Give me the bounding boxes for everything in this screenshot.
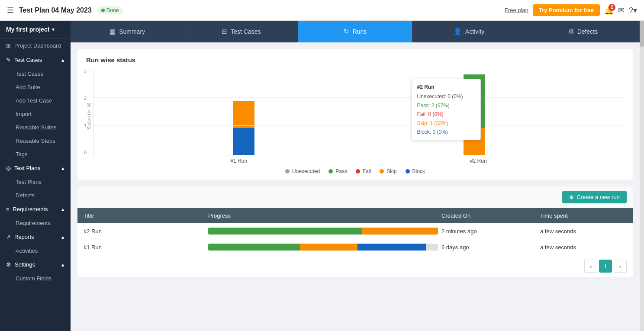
sidebar-item-activities[interactable]: Activities (0, 244, 71, 257)
tooltip-unexecuted: Unexecuted: 0 (0%) (417, 92, 475, 101)
help-button[interactable]: ?▾ (629, 6, 637, 15)
scrollbar[interactable] (640, 21, 644, 331)
notifications-button[interactable]: 🔔 2 (604, 6, 614, 15)
sidebar-item-import[interactable]: Import (0, 107, 71, 121)
hamburger-icon[interactable]: ☰ (7, 6, 14, 15)
col-time-spent: Time spent (540, 212, 627, 219)
free-plan-link[interactable]: Free plan (505, 7, 528, 13)
row1-time-spent: a few seconds (540, 228, 627, 235)
mail-button[interactable]: ✉ (618, 6, 625, 15)
project-chevron: ▾ (52, 27, 55, 32)
bar-group-2: #2 Run Unexecuted: 0 (0%) Pass: 2 (67%) … (464, 74, 485, 155)
page-1-button[interactable]: 1 (599, 260, 612, 273)
col-created-on: Created On (441, 212, 537, 219)
test-plans-group-label: Test Plans (14, 165, 40, 171)
tab-activity[interactable]: 👤 Activity (412, 21, 526, 42)
x-label-1: #1 Run (230, 158, 247, 164)
grid-line-3 (93, 69, 624, 69)
table-row[interactable]: #1 Run 6 days ago a few seconds (77, 239, 633, 255)
tooltip-pass-value: Pass: 2 (67%) (417, 103, 450, 109)
row1-skip-progress (362, 228, 438, 235)
tab-summary[interactable]: ▦ Summary (71, 21, 184, 42)
test-cases-tab-icon: ⊟ (222, 28, 227, 35)
create-run-label: Create a new run (576, 194, 620, 200)
row2-created-on: 6 days ago (441, 244, 537, 251)
tab-defects[interactable]: ⚙ Defects (526, 21, 640, 42)
test-cases-tab-label: Test Cases (231, 28, 261, 35)
unexecuted-dot (285, 169, 290, 174)
sidebar-group-test-cases[interactable]: ✎ Test Cases ▴ (0, 53, 71, 67)
create-run-button[interactable]: ⊕ Create a new run (562, 191, 627, 203)
sidebar-project[interactable]: My first project ▾ (0, 21, 71, 39)
row2-pass-progress (208, 244, 300, 251)
y-tick-3: 3 (84, 69, 87, 74)
tooltip-skip-value: Skip: 1 (33%) (417, 120, 448, 126)
dashboard-label: Project Dashboard (14, 42, 61, 49)
dashboard-icon: ⊞ (6, 42, 11, 49)
sidebar-item-add-test-case[interactable]: Add Test Case (0, 94, 71, 107)
test-cases-chevron: ▴ (61, 57, 64, 63)
tab-navigation: ▦ Summary ⊟ Test Cases ↻ Runs 👤 Activity… (71, 21, 640, 42)
scrollbar-thumb[interactable] (640, 21, 644, 47)
row2-skip-progress (300, 244, 357, 251)
tab-runs[interactable]: ↻ Runs (298, 21, 412, 42)
summary-tab-icon: ▦ (109, 28, 116, 35)
plan-title: Test Plan 04 May 2023 (19, 6, 92, 14)
header-right: Free plan Try Premium for free 🔔 2 ✉ ?▾ (505, 4, 637, 16)
block-label: Block (412, 168, 425, 174)
pass-dot (328, 169, 333, 174)
prev-page-button[interactable]: ‹ (584, 260, 597, 273)
sidebar-item-project-dashboard[interactable]: ⊞ Project Dashboard (0, 39, 71, 53)
settings-chevron: ▴ (61, 261, 64, 268)
sidebar-group-requirements[interactable]: ≡ Requirements ▴ (0, 202, 71, 216)
chart-grid: 3 2 1 0 (93, 69, 624, 155)
sidebar-item-reusable-steps[interactable]: Reusable Steps (0, 134, 71, 148)
sidebar-item-add-suite[interactable]: Add Suite (0, 80, 71, 94)
sidebar-item-defects[interactable]: Defects (0, 189, 71, 202)
row2-block-progress (357, 244, 426, 251)
chart-legend: Unexecuted Pass Fail Skip (86, 168, 624, 174)
tooltip-title: #2 Run (417, 83, 475, 91)
sidebar-item-requirements[interactable]: Requirements (0, 216, 71, 230)
activity-tab-label: Activity (465, 28, 484, 35)
test-cases-group-label: Test Cases (14, 57, 42, 63)
next-page-button[interactable]: › (614, 260, 627, 273)
sidebar-item-test-cases[interactable]: Test Cases (0, 67, 71, 80)
chart-title: Run wise status (86, 56, 624, 64)
sidebar-group-test-plans[interactable]: ◎ Test Plans ▴ (0, 161, 71, 175)
tooltip-block-value: Block: 0 (0%) (417, 129, 448, 135)
sidebar-item-custom-fields[interactable]: Custom Fields (0, 272, 71, 285)
fail-dot (356, 169, 360, 174)
sidebar-group-reports[interactable]: ↗ Reports ▴ (0, 230, 71, 244)
runs-section: ⊕ Create a new run Title Progress Create… (77, 186, 633, 277)
y-axis-label: Status (in %) (86, 69, 91, 164)
row2-progress-bar (208, 244, 438, 251)
activity-tab-icon: 👤 (454, 28, 462, 35)
table-row[interactable]: #2 Run 2 minutes ago a few seconds (77, 223, 633, 239)
content-area: Run wise status Status (in %) (71, 42, 640, 331)
sidebar-item-reusable-suites[interactable]: Reusable Suites (0, 121, 71, 134)
row2-time-spent: a few seconds (540, 244, 627, 251)
tooltip-fail: Fail: 0 (0%) (417, 110, 475, 119)
try-premium-button[interactable]: Try Premium for free (533, 4, 600, 16)
tooltip-skip: Skip: 1 (33%) (417, 119, 475, 128)
row1-progress-bar (208, 228, 438, 235)
grid-line-2 (93, 97, 624, 98)
top-header: ☰ Test Plan 04 May 2023 Done Free plan T… (0, 0, 644, 21)
settings-group-label: Settings (15, 261, 35, 268)
sidebar-group-settings[interactable]: ⚙ Settings ▴ (0, 257, 71, 272)
tooltip-pass: Pass: 2 (67%) (417, 101, 475, 110)
sidebar-item-test-plans[interactable]: Test Plans (0, 175, 71, 189)
row2-title: #1 Run (84, 244, 205, 251)
defects-tab-label: Defects (577, 28, 598, 35)
row1-pass-progress (208, 228, 362, 235)
y-tick-1: 1 (84, 123, 87, 128)
runs-header-bar: ⊕ Create a new run (77, 186, 633, 208)
pass-label: Pass (335, 168, 347, 174)
sidebar-item-tags[interactable]: Tags (0, 148, 71, 161)
bar-tooltip: #2 Run Unexecuted: 0 (0%) Pass: 2 (67%) … (412, 79, 481, 140)
tab-test-cases[interactable]: ⊟ Test Cases (184, 21, 298, 42)
main-layout: My first project ▾ ⊞ Project Dashboard ✎… (0, 21, 644, 331)
reports-chevron: ▴ (61, 234, 64, 240)
notification-badge: 2 (609, 4, 615, 11)
